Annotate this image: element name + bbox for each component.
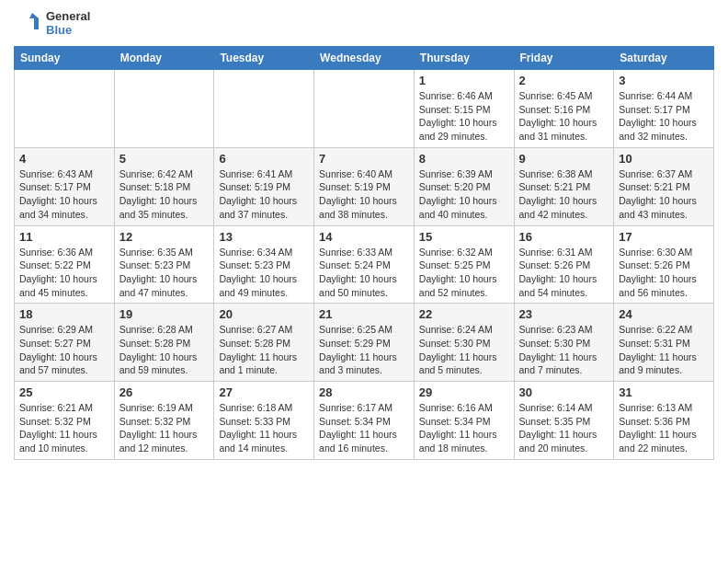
calendar-cell: 27Sunrise: 6:18 AMSunset: 5:33 PMDayligh…: [214, 382, 314, 460]
day-detail: Sunrise: 6:42 AMSunset: 5:18 PMDaylight:…: [119, 167, 210, 222]
day-detail: Sunrise: 6:45 AMSunset: 5:16 PMDaylight:…: [519, 89, 609, 144]
calendar-cell: 21Sunrise: 6:25 AMSunset: 5:29 PMDayligh…: [314, 304, 415, 382]
weekday-header: Monday: [114, 47, 214, 70]
calendar-cell: 25Sunrise: 6:21 AMSunset: 5:32 PMDayligh…: [15, 382, 115, 460]
day-number: 6: [219, 152, 309, 166]
day-detail: Sunrise: 6:19 AMSunset: 5:32 PMDaylight:…: [119, 401, 210, 455]
day-detail: Sunrise: 6:23 AMSunset: 5:30 PMDaylight:…: [519, 323, 609, 377]
calendar-cell: [214, 70, 314, 148]
day-detail: Sunrise: 6:30 AMSunset: 5:26 PMDaylight:…: [619, 246, 709, 300]
calendar-cell: 29Sunrise: 6:16 AMSunset: 5:34 PMDayligh…: [414, 382, 514, 460]
calendar-cell: 14Sunrise: 6:33 AMSunset: 5:24 PMDayligh…: [314, 225, 415, 304]
calendar-week-row: 25Sunrise: 6:21 AMSunset: 5:32 PMDayligh…: [15, 382, 714, 460]
calendar-cell: 24Sunrise: 6:22 AMSunset: 5:31 PMDayligh…: [614, 304, 714, 382]
calendar-cell: 31Sunrise: 6:13 AMSunset: 5:36 PMDayligh…: [614, 382, 714, 460]
calendar-cell: 6Sunrise: 6:41 AMSunset: 5:19 PMDaylight…: [214, 147, 314, 225]
calendar-cell: 8Sunrise: 6:39 AMSunset: 5:20 PMDaylight…: [414, 147, 514, 225]
calendar-week-row: 11Sunrise: 6:36 AMSunset: 5:22 PMDayligh…: [15, 225, 714, 304]
day-number: 7: [319, 152, 409, 166]
calendar-cell: 4Sunrise: 6:43 AMSunset: 5:17 PMDaylight…: [15, 147, 115, 225]
day-detail: Sunrise: 6:32 AMSunset: 5:25 PMDaylight:…: [419, 246, 509, 300]
calendar-cell: 10Sunrise: 6:37 AMSunset: 5:21 PMDayligh…: [614, 147, 714, 225]
day-number: 18: [19, 307, 109, 321]
calendar-cell: 13Sunrise: 6:34 AMSunset: 5:23 PMDayligh…: [214, 225, 314, 304]
logo-general-text: General: [46, 10, 90, 24]
day-number: 26: [119, 385, 210, 399]
calendar-cell: 1Sunrise: 6:46 AMSunset: 5:15 PMDaylight…: [414, 70, 514, 148]
weekday-header: Friday: [514, 47, 614, 70]
day-detail: Sunrise: 6:17 AMSunset: 5:34 PMDaylight:…: [319, 401, 409, 455]
calendar-cell: 23Sunrise: 6:23 AMSunset: 5:30 PMDayligh…: [514, 304, 614, 382]
day-detail: Sunrise: 6:35 AMSunset: 5:23 PMDaylight:…: [119, 246, 210, 300]
day-number: 10: [619, 152, 709, 166]
calendar-cell: 11Sunrise: 6:36 AMSunset: 5:22 PMDayligh…: [15, 225, 115, 304]
day-number: 15: [419, 230, 509, 244]
day-number: 24: [619, 307, 709, 321]
calendar-cell: 30Sunrise: 6:14 AMSunset: 5:35 PMDayligh…: [514, 382, 614, 460]
day-detail: Sunrise: 6:34 AMSunset: 5:23 PMDaylight:…: [219, 246, 309, 300]
calendar-cell: 16Sunrise: 6:31 AMSunset: 5:26 PMDayligh…: [514, 225, 614, 304]
day-number: 4: [19, 152, 109, 166]
weekday-header-row: SundayMondayTuesdayWednesdayThursdayFrid…: [15, 47, 714, 70]
calendar-week-row: 18Sunrise: 6:29 AMSunset: 5:27 PMDayligh…: [15, 304, 714, 382]
day-number: 31: [619, 385, 709, 399]
day-number: 16: [519, 230, 609, 244]
calendar-week-row: 1Sunrise: 6:46 AMSunset: 5:15 PMDaylight…: [15, 70, 714, 148]
day-number: 11: [19, 230, 109, 244]
calendar-cell: [15, 70, 115, 148]
day-number: 5: [119, 152, 210, 166]
day-number: 22: [419, 307, 509, 321]
weekday-header: Saturday: [614, 47, 714, 70]
day-number: 29: [419, 385, 509, 399]
day-detail: Sunrise: 6:38 AMSunset: 5:21 PMDaylight:…: [519, 167, 609, 222]
calendar-cell: 19Sunrise: 6:28 AMSunset: 5:28 PMDayligh…: [114, 304, 214, 382]
day-detail: Sunrise: 6:37 AMSunset: 5:21 PMDaylight:…: [619, 167, 709, 222]
weekday-header: Tuesday: [214, 47, 314, 70]
day-number: 1: [419, 74, 509, 87]
day-detail: Sunrise: 6:43 AMSunset: 5:17 PMDaylight:…: [19, 167, 109, 222]
day-detail: Sunrise: 6:39 AMSunset: 5:20 PMDaylight:…: [419, 167, 509, 222]
weekday-header: Thursday: [414, 47, 514, 70]
day-detail: Sunrise: 6:27 AMSunset: 5:28 PMDaylight:…: [219, 323, 309, 377]
weekday-header: Sunday: [15, 47, 115, 70]
day-number: 2: [519, 74, 609, 87]
svg-marker-0: [29, 13, 43, 29]
calendar-cell: 22Sunrise: 6:24 AMSunset: 5:30 PMDayligh…: [414, 304, 514, 382]
day-detail: Sunrise: 6:18 AMSunset: 5:33 PMDaylight:…: [219, 401, 309, 455]
day-detail: Sunrise: 6:13 AMSunset: 5:36 PMDaylight:…: [619, 401, 709, 455]
day-detail: Sunrise: 6:31 AMSunset: 5:26 PMDaylight:…: [519, 246, 609, 300]
calendar-cell: 28Sunrise: 6:17 AMSunset: 5:34 PMDayligh…: [314, 382, 415, 460]
day-number: 3: [619, 74, 709, 87]
logo-bird-icon: [14, 9, 43, 39]
calendar-cell: 2Sunrise: 6:45 AMSunset: 5:16 PMDaylight…: [514, 70, 614, 148]
day-detail: Sunrise: 6:24 AMSunset: 5:30 PMDaylight:…: [419, 323, 509, 377]
day-number: 17: [619, 230, 709, 244]
calendar-cell: 3Sunrise: 6:44 AMSunset: 5:17 PMDaylight…: [614, 70, 714, 148]
day-number: 12: [119, 230, 210, 244]
day-number: 13: [219, 230, 309, 244]
calendar-table: SundayMondayTuesdayWednesdayThursdayFrid…: [14, 46, 714, 460]
header: General Blue: [14, 9, 714, 39]
calendar-cell: 12Sunrise: 6:35 AMSunset: 5:23 PMDayligh…: [114, 225, 214, 304]
calendar-cell: 15Sunrise: 6:32 AMSunset: 5:25 PMDayligh…: [414, 225, 514, 304]
calendar-cell: [314, 70, 415, 148]
day-detail: Sunrise: 6:29 AMSunset: 5:27 PMDaylight:…: [19, 323, 109, 377]
day-number: 19: [119, 307, 210, 321]
logo-blue-text: Blue: [46, 24, 90, 38]
calendar-cell: 18Sunrise: 6:29 AMSunset: 5:27 PMDayligh…: [15, 304, 115, 382]
day-number: 28: [319, 385, 409, 399]
calendar-cell: 7Sunrise: 6:40 AMSunset: 5:19 PMDaylight…: [314, 147, 415, 225]
day-detail: Sunrise: 6:14 AMSunset: 5:35 PMDaylight:…: [519, 401, 609, 455]
day-detail: Sunrise: 6:28 AMSunset: 5:28 PMDaylight:…: [119, 323, 210, 377]
day-number: 20: [219, 307, 309, 321]
day-detail: Sunrise: 6:41 AMSunset: 5:19 PMDaylight:…: [219, 167, 309, 222]
calendar-week-row: 4Sunrise: 6:43 AMSunset: 5:17 PMDaylight…: [15, 147, 714, 225]
day-number: 14: [319, 230, 409, 244]
calendar-cell: 20Sunrise: 6:27 AMSunset: 5:28 PMDayligh…: [214, 304, 314, 382]
calendar-cell: 5Sunrise: 6:42 AMSunset: 5:18 PMDaylight…: [114, 147, 214, 225]
logo: General Blue: [14, 9, 90, 39]
calendar-cell: 9Sunrise: 6:38 AMSunset: 5:21 PMDaylight…: [514, 147, 614, 225]
day-detail: Sunrise: 6:36 AMSunset: 5:22 PMDaylight:…: [19, 246, 109, 300]
calendar-cell: [114, 70, 214, 148]
day-detail: Sunrise: 6:40 AMSunset: 5:19 PMDaylight:…: [319, 167, 409, 222]
